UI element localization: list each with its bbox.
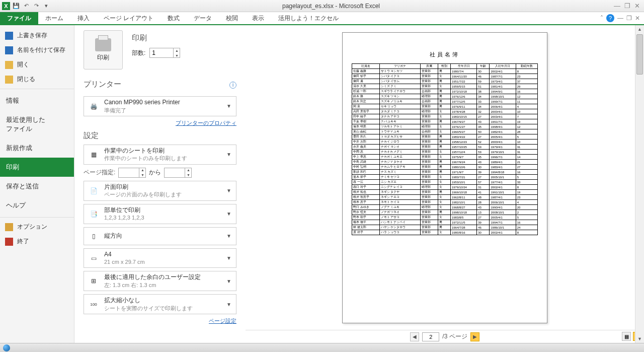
tab-view[interactable]: 表示: [245, 12, 271, 24]
page-from-spinner[interactable]: ▲▼: [118, 168, 146, 178]
collate-dropdown[interactable]: 📑 部単位で印刷1,2,3 1,2,3 1,2,3 ▼: [84, 204, 236, 224]
window-restore-icon[interactable]: ❐: [626, 15, 632, 22]
copies-label: 部数:: [132, 49, 145, 57]
tab-home[interactable]: ホーム: [38, 12, 70, 24]
restore-icon[interactable]: ❐: [624, 2, 630, 10]
window-close-icon[interactable]: ✕: [635, 15, 640, 22]
paper-icon: ▭: [87, 252, 100, 265]
page-setup-link[interactable]: ページ設定: [209, 318, 236, 324]
chevron-down-icon: ▼: [225, 233, 233, 239]
qat-dropdown-icon[interactable]: ▾: [42, 2, 50, 10]
paper-size-dropdown[interactable]: ▭ A421 cm x 29.7 cm ▼: [84, 248, 236, 268]
table-header: 年齢: [477, 64, 490, 69]
nav-save[interactable]: 上書き保存: [0, 28, 74, 43]
vertical-scrollbar[interactable]: ▲ ▼: [635, 25, 644, 343]
minimize-icon[interactable]: —: [614, 2, 620, 10]
open-icon: [5, 61, 13, 69]
sheet-icon: ▦: [87, 148, 100, 161]
table-row: 中島 武雄ナカジマ タケオ営業部男1967/9/24431989/4/121: [352, 160, 538, 165]
tab-extra[interactable]: 活用しよう！エクセル: [271, 12, 346, 24]
table-row: 中村 弘明ナカムラ ヒロアキ営業部男1980/10/6301983/4/127: [352, 165, 538, 170]
close-icon[interactable]: ✕: [634, 2, 640, 10]
chevron-down-icon: ▼: [225, 255, 233, 261]
collate-icon: 📑: [87, 207, 100, 221]
nav-exit[interactable]: 終了: [0, 234, 74, 249]
nav-print[interactable]: 印刷: [0, 158, 74, 177]
nav-info[interactable]: 情報: [0, 91, 74, 110]
scroll-down-icon[interactable]: ▼: [635, 335, 644, 343]
save-icon[interactable]: 💾: [12, 2, 20, 10]
table-header: フリガナ: [379, 64, 421, 69]
nav-close[interactable]: 閉じる: [0, 72, 74, 87]
print-button[interactable]: 印刷: [84, 30, 123, 69]
show-margins-button[interactable]: ▦: [622, 332, 631, 341]
close-icon: [5, 76, 13, 84]
copies-spinner[interactable]: ▲▼: [149, 48, 180, 58]
tab-data[interactable]: データ: [187, 12, 219, 24]
start-orb-icon[interactable]: [3, 344, 10, 351]
redo-icon[interactable]: ↷: [32, 2, 40, 10]
copies-input[interactable]: [150, 49, 173, 56]
nav-open[interactable]: 開く: [0, 57, 74, 72]
spin-down-icon[interactable]: ▼: [174, 53, 180, 58]
print-settings-pane: 印刷 印刷 部数: ▲▼ プリンター i 🖨️ Canon MP990 seri…: [74, 25, 246, 343]
print-what-dropdown[interactable]: ▦ 作業中のシートを印刷作業中のシートのみを印刷します ▼: [84, 145, 236, 165]
page-range-label: ページ指定:: [84, 168, 115, 177]
table-row: 林 健太郎ハヤシ ケンタロウ営業部男1964/7/28461986/10/124: [352, 225, 538, 230]
page-next-button[interactable]: ▶: [470, 332, 479, 341]
table-row: 根岸 智恵子ネギシ チエコ営業部女1962/8/11481987/4/123: [352, 195, 538, 200]
table-row: 柴田 郁子シバタ イクコ営業部女1964/11/20461987/7/123: [352, 74, 538, 79]
undo-icon[interactable]: ↶: [22, 2, 30, 10]
scaling-dropdown[interactable]: 100 拡大縮小なしシートを実際のサイズで印刷します ▼: [84, 294, 236, 314]
tab-formulas[interactable]: 数式: [160, 12, 187, 24]
tab-pagelayout[interactable]: ページ レイアウト: [97, 12, 160, 24]
duplex-dropdown[interactable]: 📄 片面印刷ページの片面のみを印刷します ▼: [84, 181, 236, 201]
help-icon[interactable]: ?: [606, 14, 614, 22]
scroll-up-icon[interactable]: ▲: [635, 25, 644, 33]
nav-saveas[interactable]: 名前を付けて保存: [0, 43, 74, 57]
page-to-spinner[interactable]: ▲▼: [164, 168, 192, 178]
scaling-icon: 100: [87, 298, 100, 311]
table-row: 橋本 徹平ハシモト テッペイ営業部男1972/11/5391994/7/116: [352, 220, 538, 225]
nav-share[interactable]: 保存と送信: [0, 177, 74, 196]
chevron-down-icon: ▼: [225, 278, 233, 284]
margins-dropdown[interactable]: ⊞ 最後に適用した余白のユーザー設定左: 1.3 cm 右: 1.3 cm ▼: [84, 271, 236, 291]
nav-options[interactable]: オプション: [0, 220, 74, 234]
ribbon-tabs: ファイル ホーム 挿入 ページ レイアウト 数式 データ 校閲 表示 活用しよう…: [0, 12, 644, 25]
spin-up-icon[interactable]: ▲: [174, 48, 180, 53]
tab-file[interactable]: ファイル: [0, 12, 38, 24]
tab-review[interactable]: 校閲: [219, 12, 245, 24]
window-min-icon[interactable]: —: [617, 15, 623, 22]
orientation-icon: ▯: [87, 230, 100, 243]
tab-insert[interactable]: 挿入: [70, 12, 97, 24]
excel-icon: X: [2, 2, 10, 10]
printer-properties-link[interactable]: プリンターのプロパティ: [176, 120, 236, 126]
table-row: 中岡 恵ナカオカ メグミ営業部女1957/12/4531979/10/131: [352, 150, 538, 155]
table-row: 西 一江ニシ カズエ営業部女1953/10/1571977/4/133: [352, 180, 538, 185]
window-title: pagelayout_es.xlsx - Microsoft Excel: [52, 3, 610, 10]
saveas-icon: [5, 46, 13, 54]
nav-new[interactable]: 新規作成: [0, 138, 74, 158]
orientation-dropdown[interactable]: ▯ 縦方向 ▼: [84, 227, 236, 245]
table-row: 野本 朝子ノモト アサコ営業部女1983/8/5272005/4/15: [352, 215, 538, 220]
chevron-down-icon: ▼: [225, 211, 233, 217]
ribbon-collapse-icon[interactable]: ˄: [600, 15, 603, 22]
table-row: 那須 和己ナス カズミ営業部男1971/9/7391994/8/1816: [352, 170, 538, 175]
exit-icon: [5, 238, 13, 246]
printer-dropdown[interactable]: 🖨️ Canon MP990 series Printer準備完了 ▼: [84, 96, 236, 116]
page-current-input[interactable]: [422, 332, 439, 341]
page-prev-button[interactable]: ◀: [410, 332, 419, 341]
nav-recent[interactable]: 最近使用したファイル: [0, 110, 74, 138]
table-row: 清水 久美シミズ クミ営業部女1959/5/15511981/4/129: [352, 84, 538, 89]
info-icon[interactable]: i: [229, 82, 236, 89]
print-heading: 印刷: [132, 33, 180, 43]
table-header: 入社年月日: [490, 64, 516, 69]
chevron-down-icon: ▼: [225, 302, 233, 307]
scroll-thumb[interactable]: [636, 34, 643, 75]
table-row: 原 祥子ハラ ショウコ営業部女1980/8/16302002/4/18: [352, 230, 538, 235]
table-row: 鈴木 勝スズキ ツヨシ経理部男1976/12/6341998/10/112: [352, 94, 538, 99]
nav-help[interactable]: ヘルプ: [0, 196, 74, 215]
backstage-nav: 上書き保存 名前を付けて保存 開く 閉じる 情報 最近使用したファイル 新規作成…: [0, 25, 74, 343]
table-row: 中上 幸恵ナカガミ ユキエ営業部女1975/9/7351996/7/114: [352, 155, 538, 160]
printer-heading: プリンター: [84, 80, 121, 89]
